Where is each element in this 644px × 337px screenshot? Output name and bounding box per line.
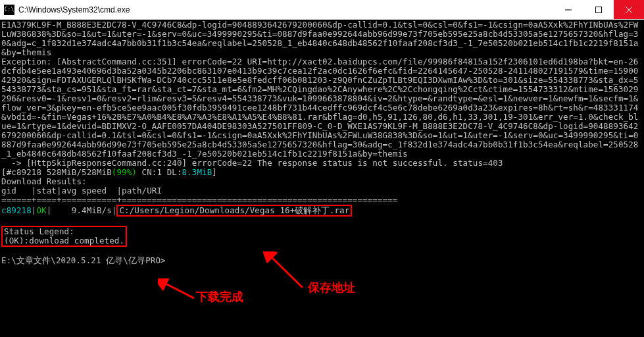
status-legend-title: Status Legend:: [4, 226, 74, 236]
window-title: C:\Windows\System32\cmd.exe: [18, 5, 553, 14]
annotation-save-path: 保存地址: [308, 283, 355, 292]
dump-text: E1A379KL9F-M_B888E3E2DC78-V_4C9746C8&dp-…: [1, 20, 638, 57]
download-results-label: Download Results:: [1, 176, 87, 186]
arrow-download-complete-icon: [158, 278, 197, 301]
svg-line-5: [163, 282, 194, 298]
row-stat: OK: [36, 205, 46, 215]
skip-response-line: -> [HttpSkipResponseCommand.cc:240] erro…: [1, 158, 503, 168]
maximize-button[interactable]: [583, 0, 614, 19]
progress-percent: (99%): [112, 167, 137, 177]
row-speed: 9.4MiB/s: [57, 205, 112, 215]
row-sep1: |: [47, 205, 57, 215]
window-controls: [553, 0, 644, 19]
arrow-save-path-icon: [263, 251, 309, 291]
progress-prefix: [#c89218 528MiB/528MiB: [1, 167, 112, 177]
table-divider: ======+====+===========+================…: [1, 195, 397, 205]
svg-rect-1: [596, 7, 602, 13]
row-gid: c89218: [1, 205, 32, 215]
row-sep2: |: [112, 205, 117, 215]
progress-dl-speed: 8.3MiB: [182, 167, 212, 177]
annotation-download-complete: 下载完成: [196, 292, 243, 301]
progress-cn: CN:1 DL:: [137, 167, 182, 177]
cmd-icon: [4, 5, 14, 15]
titlebar: C:\Windows\System32\cmd.exe: [0, 0, 644, 20]
row-path-box: C:/Users/Legion/Downloads/Vegas 16+破解补丁.…: [116, 205, 352, 217]
status-legend-ok: (OK):download completed.: [4, 236, 124, 246]
table-header: gid |stat|avg speed |path/URI: [1, 186, 162, 195]
terminal-output[interactable]: E1A379KL9F-M_B888E3E2DC78-V_4C9746C8&dp-…: [0, 20, 644, 337]
status-legend-box: Status Legend: (OK):download completed.: [1, 226, 127, 247]
svg-line-7: [270, 255, 303, 288]
minimize-button[interactable]: [553, 0, 583, 19]
prompt: E:\文章文件\2020.5.21 亿寻\亿寻PRO>: [1, 255, 166, 265]
row-path: C:/Users/Legion/Downloads/Vegas 16+破解补丁.…: [119, 205, 349, 215]
close-button[interactable]: [614, 0, 644, 19]
exception-line: Exception: [AbstractCommand.cc:351] erro…: [1, 57, 638, 159]
progress-suffix: ]: [212, 167, 217, 177]
